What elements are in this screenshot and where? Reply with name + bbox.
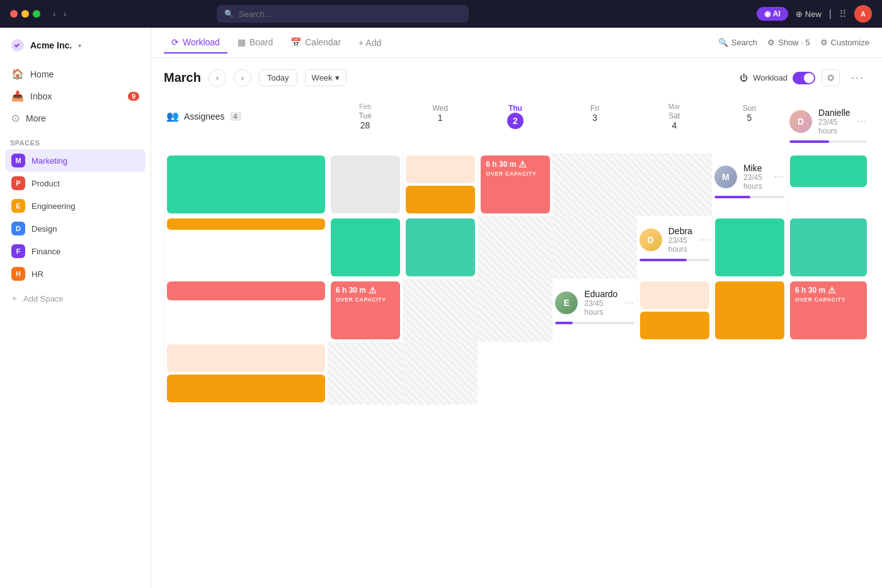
add-tab-button[interactable]: + Add	[351, 33, 389, 53]
progress-mike	[714, 196, 784, 198]
col-header-fri-3: Fri 3	[553, 98, 636, 153]
progress-eduardo	[555, 322, 634, 324]
cell-danielle-fri: 6 h 30 m ⚠ OVER CAPACITY	[478, 153, 553, 216]
task-debra-tue[interactable]	[715, 218, 784, 276]
cell-eduardo-sat	[328, 342, 403, 405]
assignee-name-danielle: Danielle	[818, 108, 850, 118]
assignee-menu-eduardo[interactable]: ···	[624, 297, 634, 308]
cell-debra-fri: 6 h 30 m ⚠ OVER CAPACITY	[328, 279, 403, 342]
ai-button[interactable]: ◉ AI	[757, 7, 788, 21]
col-day-tue: Tue	[330, 111, 400, 120]
user-avatar[interactable]: A	[854, 5, 872, 23]
sidebar-item-finance[interactable]: F Finance	[5, 240, 146, 263]
month-title: March	[164, 71, 201, 85]
workload-toggle-icon: ⏻	[740, 73, 748, 82]
assignee-menu-danielle[interactable]: ···	[857, 116, 867, 127]
brand-name[interactable]: Acme Inc.	[30, 40, 72, 50]
cell-danielle-wed	[328, 153, 403, 216]
assignee-details-debra: Debra 23/45 hours	[668, 226, 693, 254]
task-mike-fri[interactable]	[406, 218, 475, 276]
sidebar-item-marketing[interactable]: M Marketing	[5, 149, 146, 172]
assignee-hours-debra: 23/45 hours	[668, 236, 693, 254]
sidebar-item-inbox[interactable]: 📥 Inbox 9	[5, 85, 146, 107]
home-icon: 🏠	[11, 68, 24, 80]
apps-icon[interactable]: ⠿	[839, 8, 847, 20]
more-options-button[interactable]: ···	[846, 68, 869, 88]
progress-fill-mike	[714, 196, 750, 198]
assignee-info-danielle: D Danielle 23/45 hours ···	[787, 98, 869, 153]
minimize-window-control[interactable]	[21, 10, 29, 18]
col-day-4: 4	[639, 120, 709, 130]
cell-debra-tue	[712, 216, 787, 279]
sidebar-item-hr[interactable]: H HR	[5, 263, 146, 285]
task-danielle-tue[interactable]	[167, 155, 325, 213]
cell-debra-sun	[478, 279, 553, 342]
calendar-right-controls: ⏻ Workload ⏣ ···	[740, 68, 869, 88]
task-eduardo-fri-top[interactable]	[167, 344, 325, 372]
plus-icon: ⊕	[796, 9, 803, 19]
capacity-hours-debra: 6 h 30 m ⚠	[336, 285, 395, 295]
show-action[interactable]: ⚙ Show · 5	[767, 38, 810, 47]
task-eduardo-tue-top[interactable]	[640, 281, 709, 309]
assignee-info-eduardo: E Eduardo 23/45 hours ···	[553, 279, 636, 342]
grid-header-empty: 👥 Assignees 4	[164, 98, 328, 153]
cell-eduardo-sun	[403, 342, 478, 405]
sidebar-item-more[interactable]: ⊙ More	[5, 107, 146, 129]
forward-button[interactable]: ›	[61, 6, 69, 21]
back-button[interactable]: ‹	[50, 6, 59, 21]
tab-bar: ⟳ Workload ▦ Board 📅 Calendar + Add 🔍 Se…	[151, 28, 882, 58]
window-controls	[10, 10, 40, 18]
task-eduardo-tue-bot[interactable]	[640, 312, 709, 339]
sidebar-item-design[interactable]: D Design	[5, 217, 146, 240]
task-mike-wed[interactable]	[167, 218, 325, 230]
sidebar-item-product[interactable]: P Product	[5, 172, 146, 195]
cell-mike-tue	[787, 153, 869, 216]
task-eduardo-wed[interactable]	[715, 281, 784, 339]
tab-calendar[interactable]: 📅 Calendar	[283, 32, 348, 54]
global-search-input[interactable]	[239, 9, 461, 19]
task-debra-wed[interactable]	[790, 218, 867, 276]
cell-danielle-tue	[164, 153, 328, 216]
assignee-name-eduardo: Eduardo	[584, 289, 617, 299]
toggle-switch[interactable]	[793, 72, 815, 84]
search-action[interactable]: 🔍 Search	[718, 38, 757, 47]
task-debra-thu[interactable]	[167, 281, 325, 300]
add-space-button[interactable]: ＋ Add Space	[0, 288, 151, 309]
assignee-menu-debra[interactable]: ···	[699, 234, 709, 246]
sidebar-header: Acme Inc. ▾	[0, 33, 151, 60]
prev-week-button[interactable]: ‹	[209, 69, 226, 87]
more-icon: ⊙	[11, 112, 20, 124]
filter-button[interactable]: ⏣	[822, 69, 840, 86]
global-search-bar[interactable]: 🔍	[217, 5, 469, 23]
assignees-label: 👥 Assignees 4	[164, 103, 328, 130]
tab-workload[interactable]: ⟳ Workload	[164, 32, 227, 54]
cell-mike-sun	[553, 216, 636, 279]
col-day-5: 5	[714, 113, 784, 123]
workload-grid: 👥 Assignees 4 Feb Tue 28 Wed 1	[164, 98, 869, 405]
task-eduardo-fri-bot[interactable]	[167, 375, 325, 402]
next-week-button[interactable]: ›	[234, 69, 251, 87]
assignee-menu-mike[interactable]: ···	[774, 171, 784, 183]
new-button[interactable]: ⊕ New	[796, 9, 822, 19]
workload-toggle[interactable]: ⏻ Workload	[740, 72, 815, 84]
separator: |	[829, 8, 832, 20]
task-danielle-thu-top[interactable]	[406, 155, 475, 183]
cell-mike-fri	[403, 216, 478, 279]
sidebar: Acme Inc. ▾ 🏠 Home 📥 Inbox 9 ⊙ More Spac…	[0, 28, 151, 588]
customize-action[interactable]: ⚙ Customize	[820, 38, 869, 47]
task-danielle-thu-bot[interactable]	[406, 186, 475, 213]
progress-fill-debra	[639, 259, 687, 261]
filter-icon: ⏣	[827, 73, 834, 82]
sidebar-item-engineering[interactable]: E Engineering	[5, 195, 146, 217]
task-mike-tue[interactable]	[790, 155, 867, 187]
task-danielle-wed[interactable]	[331, 155, 400, 213]
sidebar-item-home[interactable]: 🏠 Home	[5, 63, 146, 85]
week-select[interactable]: Week ▾	[305, 69, 346, 86]
task-mike-thu[interactable]	[331, 218, 400, 276]
engineering-icon: E	[11, 199, 25, 213]
col-day-sat: Sat	[639, 111, 709, 120]
close-window-control[interactable]	[10, 10, 18, 18]
tab-board[interactable]: ▦ Board	[230, 32, 280, 54]
maximize-window-control[interactable]	[33, 10, 40, 18]
today-button[interactable]: Today	[259, 69, 297, 86]
